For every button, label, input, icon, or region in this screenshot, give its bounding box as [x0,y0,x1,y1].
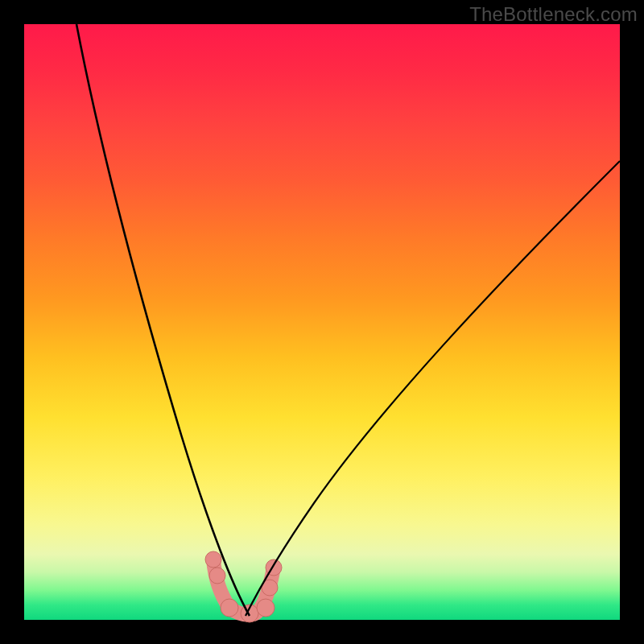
svg-point-1 [209,568,225,584]
curve-overlay [0,0,644,644]
svg-point-4 [257,599,275,617]
left-curve [76,24,250,616]
right-curve [246,161,620,616]
svg-point-2 [221,599,238,617]
svg-point-0 [205,551,221,568]
